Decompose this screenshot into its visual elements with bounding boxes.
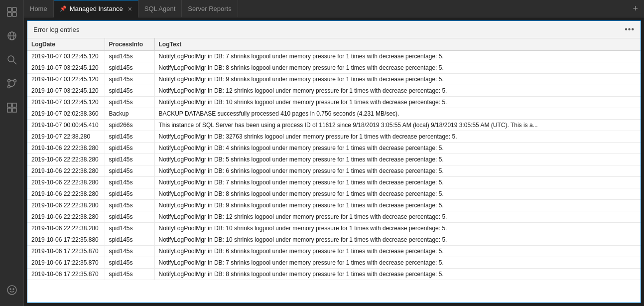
git-icon[interactable] bbox=[0, 72, 24, 96]
tab-managed-instance-label: Managed Instance bbox=[70, 5, 123, 12]
cell-date: 2019-10-07 03:22:45.120 bbox=[27, 97, 105, 108]
error-log-table: LogDate ProcessInfo LogText 2019-10-07 0… bbox=[27, 38, 641, 280]
svg-point-10 bbox=[13, 80, 16, 82]
cell-logtext: NotifyLogPoolMgr in DB: 8 shrinks logpoo… bbox=[154, 188, 641, 200]
svg-rect-3 bbox=[12, 12, 16, 16]
cell-date: 2019-10-07 03:22:45.120 bbox=[27, 51, 105, 62]
svg-point-21 bbox=[10, 289, 11, 290]
svg-rect-1 bbox=[12, 7, 16, 11]
tab-sql-agent[interactable]: SQL Agent bbox=[138, 0, 182, 17]
table-wrapper[interactable]: LogDate ProcessInfo LogText 2019-10-07 0… bbox=[27, 38, 641, 303]
table-row: 2019-10-07 03:22:45.120spid145sNotifyLog… bbox=[27, 51, 641, 62]
table-row: 2019-10-06 22:22:38.280spid145sNotifyLog… bbox=[27, 211, 641, 223]
cell-date: 2019-10-06 22:22:38.280 bbox=[27, 177, 105, 188]
cell-date: 2019-10-06 17:22:35.880 bbox=[27, 234, 105, 246]
cell-process: spid145s bbox=[105, 85, 154, 97]
cell-date: 2019-10-07 22:38.280 bbox=[27, 131, 105, 143]
cell-process: spid145s bbox=[105, 211, 154, 223]
cell-process: spid145s bbox=[105, 223, 154, 234]
cell-date: 2019-10-06 22:22:38.280 bbox=[27, 165, 105, 177]
table-row: 2019-10-06 22:22:38.280spid145sNotifyLog… bbox=[27, 200, 641, 211]
cell-date: 2019-10-06 22:22:38.280 bbox=[27, 188, 105, 200]
table-row: 2019-10-07 03:22:45.120spid145sNotifyLog… bbox=[27, 85, 641, 97]
table-row: 2019-10-07 03:22:45.120spid145sNotifyLog… bbox=[27, 62, 641, 74]
log-menu-button[interactable]: ••• bbox=[625, 25, 635, 34]
cell-process: spid145s bbox=[105, 269, 154, 280]
svg-point-9 bbox=[7, 80, 10, 82]
table-row: 2019-10-07 03:22:45.120spid145sNotifyLog… bbox=[27, 97, 641, 108]
table-row: 2019-10-06 17:22:35.870spid145sNotifyLog… bbox=[27, 246, 641, 257]
feedback-icon[interactable] bbox=[0, 278, 24, 302]
object-explorer-icon[interactable] bbox=[0, 24, 24, 48]
cell-date: 2019-10-06 22:22:38.280 bbox=[27, 211, 105, 223]
log-title: Error log entries bbox=[33, 26, 79, 33]
svg-rect-15 bbox=[12, 108, 16, 112]
svg-rect-0 bbox=[7, 7, 11, 11]
cell-logtext: NotifyLogPoolMgr in DB: 8 shrinks logpoo… bbox=[154, 62, 641, 74]
svg-rect-12 bbox=[7, 103, 11, 107]
col-header-logtext: LogText bbox=[154, 38, 641, 51]
svg-rect-13 bbox=[12, 103, 16, 107]
cell-date: 2019-10-06 22:22:38.280 bbox=[27, 200, 105, 211]
table-row: 2019-10-06 22:22:38.280spid145sNotifyLog… bbox=[27, 154, 641, 165]
tab-managed-instance-close[interactable]: × bbox=[128, 5, 132, 13]
add-tab-button[interactable]: + bbox=[627, 3, 644, 14]
cell-logtext: BACKUP DATABASE successfully processed 4… bbox=[154, 108, 641, 120]
cell-logtext: NotifyLogPoolMgr in DB: 9 shrinks logpoo… bbox=[154, 200, 641, 211]
table-row: 2019-10-06 17:22:35.880spid145sNotifyLog… bbox=[27, 234, 641, 246]
cell-date: 2019-10-06 17:22:35.870 bbox=[27, 246, 105, 257]
svg-rect-2 bbox=[7, 12, 11, 16]
cell-process: spid145s bbox=[105, 200, 154, 211]
tab-home[interactable]: Home bbox=[24, 0, 54, 17]
cell-logtext: NotifyLogPoolMgr in DB: 10 shrinks logpo… bbox=[154, 97, 641, 108]
cell-process: spid145s bbox=[105, 62, 154, 74]
cell-process: spid266s bbox=[105, 120, 154, 131]
tab-sql-agent-label: SQL Agent bbox=[144, 5, 175, 12]
connections-icon[interactable] bbox=[0, 0, 24, 24]
cell-date: 2019-10-07 03:22:45.120 bbox=[27, 74, 105, 85]
table-row: 2019-10-07 03:22:45.120spid145sNotifyLog… bbox=[27, 74, 641, 85]
svg-point-7 bbox=[8, 56, 14, 62]
table-row: 2019-10-06 22:22:38.280spid145sNotifyLog… bbox=[27, 177, 641, 188]
cell-process: spid145s bbox=[105, 74, 154, 85]
tab-managed-instance[interactable]: 📌 Managed Instance × bbox=[54, 0, 138, 17]
main-area: Home 📌 Managed Instance × SQL Agent Serv… bbox=[24, 0, 644, 306]
sidebar bbox=[0, 0, 24, 306]
tab-home-label: Home bbox=[30, 5, 47, 12]
cell-process: spid145s bbox=[105, 188, 154, 200]
cell-date: 2019-10-06 17:22:35.870 bbox=[27, 269, 105, 280]
search-icon[interactable] bbox=[0, 48, 24, 72]
table-row: 2019-10-06 17:22:35.870spid145sNotifyLog… bbox=[27, 257, 641, 269]
cell-process: spid145s bbox=[105, 51, 154, 62]
col-header-logdate: LogDate bbox=[27, 38, 105, 51]
table-row: 2019-10-06 17:22:35.870spid145sNotifyLog… bbox=[27, 269, 641, 280]
cell-logtext: NotifyLogPoolMgr in DB: 6 shrinks logpoo… bbox=[154, 246, 641, 257]
cell-process: spid145s bbox=[105, 246, 154, 257]
table-body: 2019-10-07 03:22:45.120spid145sNotifyLog… bbox=[27, 51, 641, 280]
cell-date: 2019-10-07 03:22:45.120 bbox=[27, 85, 105, 97]
content-panel: Error log entries ••• LogDate ProcessInf… bbox=[27, 20, 641, 303]
cell-logtext: NotifyLogPoolMgr in DB: 32763 shrinks lo… bbox=[154, 131, 641, 143]
cell-process: spid145s bbox=[105, 165, 154, 177]
cell-logtext: NotifyLogPoolMgr in DB: 7 shrinks logpoo… bbox=[154, 177, 641, 188]
table-row: 2019-10-06 22:22:38.280spid145sNotifyLog… bbox=[27, 188, 641, 200]
cell-logtext: NotifyLogPoolMgr in DB: 12 shrinks logpo… bbox=[154, 85, 641, 97]
cell-logtext: NotifyLogPoolMgr in DB: 4 shrinks logpoo… bbox=[154, 143, 641, 154]
cell-logtext: NotifyLogPoolMgr in DB: 8 shrinks logpoo… bbox=[154, 269, 641, 280]
table-row: 2019-10-06 22:22:38.280spid145sNotifyLog… bbox=[27, 223, 641, 234]
cell-logtext: NotifyLogPoolMgr in DB: 9 shrinks logpoo… bbox=[154, 74, 641, 85]
cell-process: spid145s bbox=[105, 177, 154, 188]
cell-date: 2019-10-06 22:22:38.280 bbox=[27, 143, 105, 154]
cell-date: 2019-10-06 17:22:35.870 bbox=[27, 257, 105, 269]
cell-process: Backup bbox=[105, 108, 154, 120]
log-header: Error log entries ••• bbox=[27, 21, 641, 38]
table-row: 2019-10-07 22:38.280spid145sNotifyLogPoo… bbox=[27, 131, 641, 143]
pin-icon: 📌 bbox=[60, 5, 67, 12]
extensions-icon[interactable] bbox=[0, 96, 24, 120]
table-header-row: LogDate ProcessInfo LogText bbox=[27, 38, 641, 51]
tab-bar: Home 📌 Managed Instance × SQL Agent Serv… bbox=[24, 0, 644, 17]
cell-date: 2019-10-06 22:22:38.280 bbox=[27, 223, 105, 234]
cell-logtext: NotifyLogPoolMgr in DB: 7 shrinks logpoo… bbox=[154, 51, 641, 62]
svg-line-8 bbox=[13, 61, 16, 64]
tab-server-reports[interactable]: Server Reports bbox=[182, 0, 238, 17]
